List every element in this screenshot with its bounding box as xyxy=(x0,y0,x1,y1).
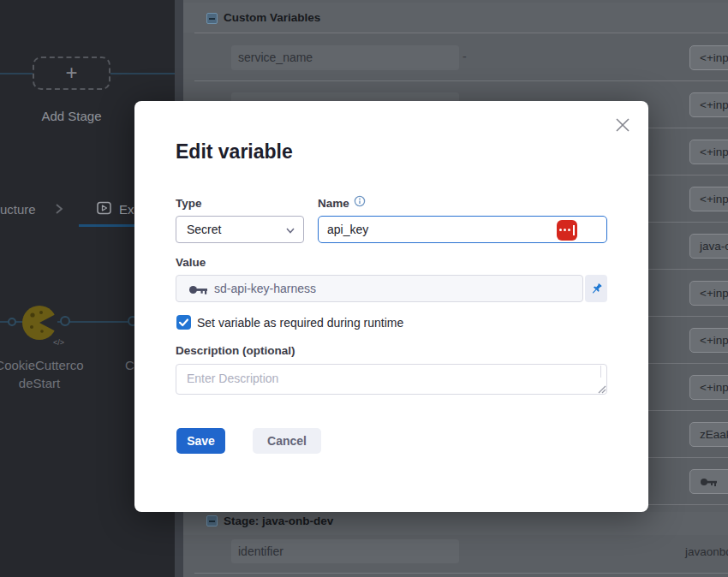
info-icon[interactable] xyxy=(354,195,366,207)
text-caret xyxy=(573,225,575,235)
cookie-step-icon[interactable] xyxy=(21,305,57,341)
section-title: Custom Variables xyxy=(224,11,320,24)
variable-value-input[interactable]: <+inpu xyxy=(689,281,728,306)
connector-port xyxy=(60,316,70,326)
variable-value-input[interactable]: zEaak xyxy=(689,422,728,447)
variable-name-cell[interactable]: identifier xyxy=(231,539,459,563)
close-icon[interactable] xyxy=(615,117,630,133)
code-badge-icon: </> xyxy=(53,338,64,347)
resize-grip-icon[interactable] xyxy=(597,384,606,394)
cancel-button[interactable]: Cancel xyxy=(253,428,321,454)
required-checkbox[interactable] xyxy=(176,315,191,330)
variable-value-input[interactable]: <+inpu xyxy=(689,328,728,353)
row-divider xyxy=(194,33,728,33)
secret-value-field[interactable]: sd-api-key-harness xyxy=(176,275,583,302)
checkmark-icon xyxy=(176,315,191,330)
type-select-value: Secret xyxy=(187,223,221,236)
row-divider xyxy=(194,80,728,81)
save-button[interactable]: Save xyxy=(176,428,225,454)
collapse-section-icon[interactable] xyxy=(206,515,218,526)
variable-value-input[interactable]: <+inpu xyxy=(689,375,728,400)
name-input-wrapper xyxy=(318,216,607,243)
required-checkbox-label: Set variable as required during runtime xyxy=(197,316,403,330)
collapse-section-icon[interactable] xyxy=(206,13,218,24)
tab-execution-partial[interactable]: Ex xyxy=(119,202,134,217)
pin-icon xyxy=(590,283,603,295)
section-title: Stage: java-onb-dev xyxy=(224,515,333,527)
variable-value-input[interactable]: <+inpu xyxy=(689,187,728,211)
secret-value-input[interactable] xyxy=(689,469,728,494)
description-textarea[interactable] xyxy=(176,364,607,395)
type-label: Type xyxy=(176,197,202,210)
identifier-value-cell: javaonbde xyxy=(685,545,728,558)
textarea-scrollbar[interactable] xyxy=(600,366,601,378)
variable-value-input[interactable]: <+inpu xyxy=(689,140,728,164)
variable-name-cell[interactable]: service_name xyxy=(231,45,459,70)
type-select[interactable]: Secret xyxy=(176,216,304,243)
variable-description-cell: - xyxy=(462,50,467,63)
row-divider xyxy=(194,573,728,574)
edit-variable-dialog: Edit variable Type Name Secret Value sd-… xyxy=(134,101,648,512)
variable-value-input[interactable]: <+inpu xyxy=(689,45,728,70)
node-label-line1: CookieCutterco xyxy=(0,358,108,372)
secret-reference-text: sd-api-key-harness xyxy=(214,282,316,295)
execution-tab-icon xyxy=(97,201,112,216)
dialog-title: Edit variable xyxy=(176,140,293,164)
key-icon xyxy=(188,284,209,295)
secret-masked-chip[interactable] xyxy=(557,220,577,241)
next-node-label-partial: C xyxy=(125,358,134,372)
chevron-right-icon xyxy=(55,204,63,214)
breadcrumb-partial[interactable]: ucture xyxy=(0,202,36,217)
value-label: Value xyxy=(176,256,206,269)
pin-button[interactable] xyxy=(585,275,607,302)
add-stage-label: Add Stage xyxy=(33,109,110,123)
description-label: Description (optional) xyxy=(176,344,295,357)
name-label: Name xyxy=(318,197,349,210)
add-stage-button[interactable]: + xyxy=(33,57,110,90)
variable-value-input[interactable]: java-c xyxy=(689,234,728,259)
node-label-line2: deStart xyxy=(0,376,108,390)
connector-port xyxy=(8,318,16,326)
chevron-down-icon xyxy=(286,228,295,234)
name-input[interactable] xyxy=(327,217,524,241)
variable-value-input[interactable]: <+inpu xyxy=(689,92,728,117)
key-icon xyxy=(700,477,719,487)
